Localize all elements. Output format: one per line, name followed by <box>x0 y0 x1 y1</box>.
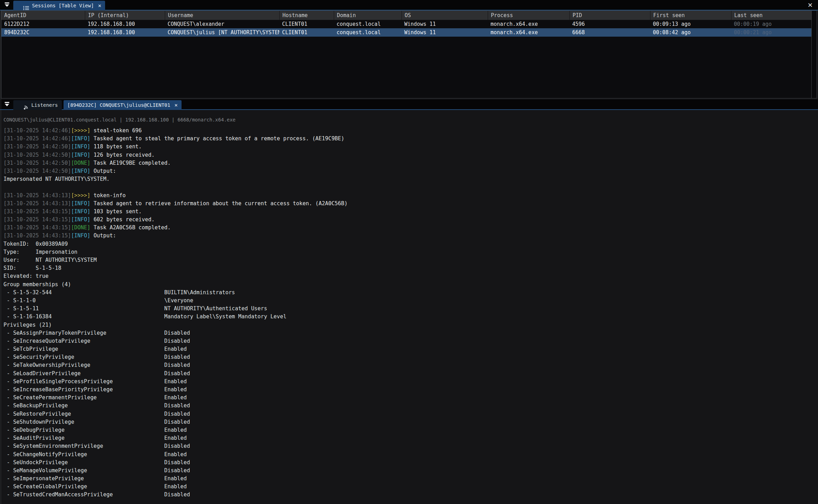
cell-process: monarch.x64.exe <box>488 28 569 37</box>
cell-agentid: 894D232C <box>1 28 85 37</box>
tab-label: Sessions [Table View] <box>32 3 94 8</box>
cell-ip-internal: 192.168.168.100 <box>85 28 165 37</box>
console-output[interactable]: [31-10-2025 14:42:46][>>>>] steal-token … <box>3 127 818 499</box>
tab-listeners[interactable]: Listeners <box>13 100 62 110</box>
table-scrollbar[interactable] <box>811 11 817 98</box>
console-line: - S-1-5-32-544 BUILTIN\Administrators <box>3 289 818 297</box>
console-line: - S-1-1-0 \Everyone <box>3 297 818 305</box>
column-header-os[interactable]: OS <box>401 11 488 20</box>
column-header-agentid[interactable]: AgentID <box>1 11 85 20</box>
console-line: - SeTrustedCredManAccessPrivilege Disabl… <box>3 491 818 499</box>
console-line: - SeUndockPrivilege Disabled <box>3 459 818 467</box>
console-line: - SeImpersonatePrivilege Enabled <box>3 475 818 483</box>
tab-label: [894D232C] CONQUEST\julius@CLIENT01 <box>67 102 170 108</box>
cell-domain: conquest.local <box>334 20 401 28</box>
console-line: - SeShutdownPrivilege Disabled <box>3 418 818 426</box>
console-line: - S-1-16-16384 Mandatory Label\System Ma… <box>3 313 818 321</box>
cell-pid: 4596 <box>569 20 650 28</box>
filter-icon[interactable] <box>2 101 12 109</box>
console-line: [31-10-2025 14:43:13][INFO] Tasked agent… <box>3 200 818 208</box>
column-header-process[interactable]: Process <box>488 11 569 20</box>
console-line: - SeBackupPrivilege Disabled <box>3 402 818 410</box>
console-line: - SeCreatePermanentPrivilege Enabled <box>3 394 818 402</box>
console-line: [31-10-2025 14:43:15][DONE] Task A2A0C56… <box>3 224 818 232</box>
console-line: - SeIncreaseBasePriorityPrivilege Enable… <box>3 386 818 394</box>
console-line: Elevated: true <box>3 272 818 280</box>
console-line: Privileges (21) <box>3 321 818 329</box>
sessions-table: AgentIDIP (Internal)UsernameHostnameDoma… <box>1 10 817 98</box>
console-line: - SeRestorePrivilege Disabled <box>3 410 818 418</box>
console-tabs: Listeners[894D232C] CONQUEST\julius@CLIE… <box>13 100 183 110</box>
console-line: - S-1-5-11 NT AUTHORITY\Authenticated Us… <box>3 305 818 313</box>
console-line: - SeCreateGlobalPrivilege Enabled <box>3 483 818 491</box>
console-line: User: NT AUTHORITY\SYSTEM <box>3 256 818 264</box>
column-header-first-seen[interactable]: First seen <box>650 11 731 20</box>
cell-username: CONQUEST\alexander <box>165 20 279 28</box>
console-line: TokenID: 0x00389A09 <box>3 240 818 248</box>
tab-label: Listeners <box>31 102 58 108</box>
console-line: - SeManageVolumePrivilege Disabled <box>3 467 818 475</box>
console-line <box>3 183 818 191</box>
cell-first-seen: 00:09:13 ago <box>650 20 731 28</box>
console-tabbar: Listeners[894D232C] CONQUEST\julius@CLIE… <box>0 99 818 110</box>
filter-icon[interactable] <box>2 1 12 9</box>
cell-ip-internal: 192.168.168.100 <box>85 20 165 28</box>
console-line: - SeIncreaseQuotaPrivilege Disabled <box>3 337 818 345</box>
cell-os: Windows 11 <box>401 28 488 37</box>
cell-hostname: CLIENT01 <box>279 20 334 28</box>
cell-process: monarch.x64.exe <box>488 20 569 28</box>
console-line: - SeTcbPrivilege Enabled <box>3 345 818 353</box>
console-line: [31-10-2025 14:42:46][INFO] Tasked agent… <box>3 135 818 143</box>
console-line: SID: S-1-5-18 <box>3 264 818 272</box>
tab-close-icon[interactable]: ✕ <box>98 2 101 9</box>
tab-sessions-table-view[interactable]: Sessions [Table View] ✕ <box>13 1 105 10</box>
cell-last-seen: 00:00:21 ago <box>731 28 811 37</box>
column-header-pid[interactable]: PID <box>569 11 650 20</box>
listener-icon <box>17 99 29 111</box>
session-row-894d232c[interactable]: 894D232C192.168.168.100CONQUEST\julius [… <box>1 28 811 37</box>
console-line: - SeSecurityPrivilege Disabled <box>3 353 818 361</box>
cell-agentid: 6122D212 <box>1 20 85 28</box>
sessions-panel: Sessions [Table View] ✕ ✕ AgentIDIP (Int… <box>0 0 818 98</box>
window-close-icon[interactable]: ✕ <box>805 1 815 10</box>
console-line: - SeAuditPrivilege Enabled <box>3 434 818 442</box>
cell-domain: conquest.local <box>334 28 401 37</box>
console-line: [31-10-2025 14:42:50][DONE] Task AE19C9B… <box>3 159 818 167</box>
console-line: [31-10-2025 14:43:15][INFO] Output: <box>3 232 818 240</box>
tab-close-icon[interactable]: ✕ <box>175 102 178 108</box>
cell-hostname: CLIENT01 <box>279 28 334 37</box>
column-header-username[interactable]: Username <box>165 11 279 20</box>
console-line: - SeAssignPrimaryTokenPrivilege Disabled <box>3 329 818 337</box>
sessions-table-header: AgentIDIP (Internal)UsernameHostnameDoma… <box>1 11 811 20</box>
console-line: [31-10-2025 14:42:46][>>>>] steal-token … <box>3 127 818 135</box>
console-line: [31-10-2025 14:42:50][INFO] 126 bytes re… <box>3 151 818 159</box>
console-line: [31-10-2025 14:43:15][INFO] 602 bytes re… <box>3 216 818 224</box>
console-line: - SeSystemEnvironmentPrivilege Disabled <box>3 442 818 450</box>
session-row-6122d212[interactable]: 6122D212192.168.168.100CONQUEST\alexande… <box>1 20 811 28</box>
column-header-domain[interactable]: Domain <box>334 11 401 20</box>
cell-username: CONQUEST\julius [NT AUTHORITY\SYSTEM] <box>165 28 279 37</box>
console-line: - SeLoadDriverPrivilege Disabled <box>3 370 818 378</box>
console-panel: Listeners[894D232C] CONQUEST\julius@CLIE… <box>0 99 818 499</box>
sessions-table-body: 6122D212192.168.168.100CONQUEST\alexande… <box>1 20 817 37</box>
cell-os: Windows 11 <box>401 20 488 28</box>
console-line: - SeDebugPrivilege Enabled <box>3 426 818 434</box>
table-list-icon <box>17 0 29 12</box>
console-line: [31-10-2025 14:42:50][INFO] Output: <box>3 167 818 175</box>
console-line: [31-10-2025 14:43:13][>>>>] token-info <box>3 192 818 200</box>
column-header-last-seen[interactable]: Last seen <box>731 11 811 20</box>
console-line: [31-10-2025 14:42:50][INFO] 118 bytes se… <box>3 143 818 151</box>
tab-session-894d232c[interactable]: [894D232C] CONQUEST\julius@CLIENT01✕ <box>64 100 182 110</box>
cell-pid: 6668 <box>569 28 650 37</box>
console-line: - SeProfileSingleProcessPrivilege Enable… <box>3 378 818 386</box>
console-line: Impersonated NT AUTHORITY\SYSTEM. <box>3 175 818 183</box>
cell-last-seen: 00:00:19 ago <box>731 20 811 28</box>
column-header-hostname[interactable]: Hostname <box>279 11 334 20</box>
column-header-ip-internal[interactable]: IP (Internal) <box>85 11 165 20</box>
sessions-tabbar: Sessions [Table View] ✕ ✕ <box>0 0 818 10</box>
cell-first-seen: 00:08:42 ago <box>650 28 731 37</box>
console-line: Group memberships (4) <box>3 281 818 289</box>
console-line: Type: Impersonation <box>3 248 818 256</box>
session-status-line: CONQUEST\julius@CLIENT01.conquest.local … <box>3 116 818 123</box>
console-line: - SeChangeNotifyPrivilege Enabled <box>3 451 818 459</box>
